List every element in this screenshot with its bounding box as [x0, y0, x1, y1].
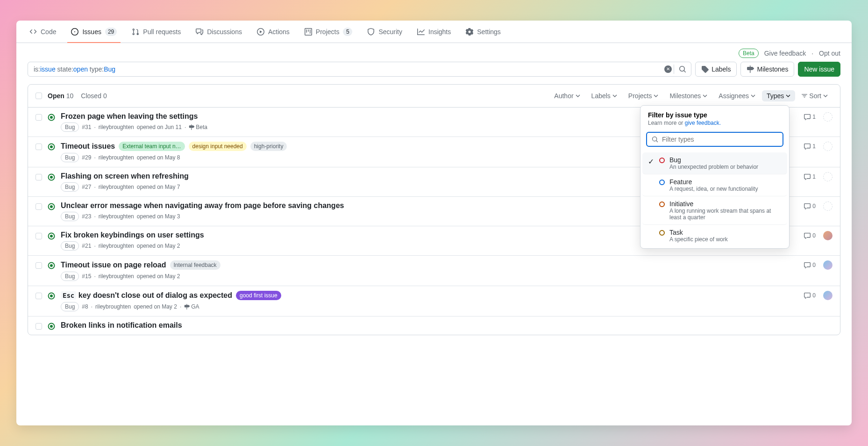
tab-security[interactable]: Security: [362, 21, 408, 43]
issue-type-tag[interactable]: Bug: [61, 122, 79, 132]
search-icon: [652, 136, 658, 143]
popover-search-input[interactable]: [662, 136, 778, 143]
comment-count[interactable]: 0: [804, 232, 816, 239]
assignee-avatar[interactable]: [823, 201, 832, 211]
issue-checkbox[interactable]: [36, 262, 42, 269]
issue-type-tag[interactable]: Bug: [61, 302, 79, 311]
type-desc: A long running work stream that spans at…: [669, 208, 782, 221]
filter-labels[interactable]: Labels: [587, 90, 622, 101]
issue-author[interactable]: rileybroughten: [99, 184, 134, 190]
comment-count[interactable]: 0: [804, 292, 816, 299]
issue-author[interactable]: rileybroughten: [99, 273, 134, 280]
issue-author[interactable]: rileybroughten: [95, 303, 131, 310]
issue-title[interactable]: Unclear error message when navigating aw…: [61, 201, 344, 210]
popover-type-item[interactable]: Feature A request, idea, or new function…: [642, 174, 787, 196]
issue-author[interactable]: rileybroughten: [99, 243, 134, 249]
issue-checkbox[interactable]: [36, 323, 42, 330]
milestones-button-label: Milestones: [757, 65, 788, 73]
tab-insights[interactable]: Insights: [412, 21, 456, 43]
filter-author[interactable]: Author: [549, 90, 584, 101]
comment-count[interactable]: 1: [804, 173, 816, 180]
assignee-avatar[interactable]: [823, 291, 832, 300]
comment-count[interactable]: 0: [804, 203, 816, 209]
popover-type-item[interactable]: Initiative A long running work stream th…: [642, 196, 787, 225]
filter-projects[interactable]: Projects: [624, 90, 663, 101]
tab-code-label: Code: [41, 28, 56, 36]
tab-settings[interactable]: Settings: [460, 21, 506, 43]
svg-point-11: [50, 265, 52, 266]
tab-actions[interactable]: Actions: [251, 21, 295, 43]
closed-state[interactable]: Closed 0: [81, 92, 107, 100]
filter-sort[interactable]: Sort: [797, 90, 832, 101]
tab-projects[interactable]: Projects 5: [299, 21, 358, 43]
svg-point-9: [50, 235, 52, 237]
type-name: Feature: [669, 178, 782, 186]
issue-type-tag[interactable]: Bug: [61, 153, 79, 162]
popover-list: ✓ Bug An unexpected problem or behavior …: [640, 151, 789, 248]
issue-type-tag[interactable]: Bug: [61, 272, 79, 281]
search-icon[interactable]: [676, 63, 689, 76]
assignee-avatar[interactable]: [823, 172, 832, 181]
issue-title[interactable]: Esc key doesn't close out of dialog as e…: [61, 291, 232, 300]
search-input[interactable]: is:issue state:open type:Bug ✕: [28, 62, 691, 77]
comment-count[interactable]: 0: [804, 262, 816, 268]
popover-type-item[interactable]: Task A specific piece of work: [642, 225, 787, 246]
comment-count[interactable]: 1: [804, 143, 816, 150]
give-feedback-link[interactable]: Give feedback: [764, 50, 806, 57]
filter-milestones[interactable]: Milestones: [665, 90, 712, 101]
tab-code[interactable]: Code: [24, 21, 62, 43]
sort-icon: [802, 93, 807, 99]
milestones-button[interactable]: Milestones: [740, 62, 794, 77]
filter-types[interactable]: Types: [762, 90, 795, 101]
issue-milestone[interactable]: Beta: [189, 124, 207, 130]
assignee-avatar[interactable]: [823, 142, 832, 151]
issue-type-tag[interactable]: Bug: [61, 241, 79, 251]
issue-checkbox[interactable]: [36, 293, 42, 299]
issue-label[interactable]: Internal feedback: [170, 260, 221, 270]
tab-discussions[interactable]: Discussions: [190, 21, 248, 43]
issue-author[interactable]: rileybroughten: [99, 124, 134, 130]
assignee-avatar[interactable]: [823, 231, 832, 240]
popover-search[interactable]: [646, 132, 783, 147]
filter-assignees[interactable]: Assignees: [714, 90, 760, 101]
open-state[interactable]: Open 10: [48, 92, 73, 100]
issue-title[interactable]: Broken links in notification emails: [61, 321, 182, 330]
issue-title[interactable]: Frozen page when leaving the settings: [61, 112, 198, 121]
issue-author[interactable]: rileybroughten: [99, 154, 134, 161]
open-issue-icon: [48, 173, 55, 181]
assignee-avatar[interactable]: [823, 112, 832, 122]
comment-icon: [804, 232, 811, 239]
clear-search-icon[interactable]: ✕: [664, 65, 672, 73]
issue-checkbox[interactable]: [36, 233, 42, 239]
issue-type-tag[interactable]: Bug: [61, 212, 79, 221]
open-issue-icon: [48, 203, 55, 210]
issue-title[interactable]: Timeout issue on page reload: [61, 261, 166, 269]
select-all-checkbox[interactable]: [36, 93, 42, 99]
issue-label[interactable]: design input needed: [189, 142, 247, 151]
opt-out-link[interactable]: Opt out: [819, 50, 840, 57]
issue-milestone[interactable]: GA: [184, 303, 199, 310]
issue-label[interactable]: External team input n…: [119, 142, 185, 151]
issue-title[interactable]: Fix broken keybindings on user settings: [61, 231, 204, 239]
type-desc: A request, idea, or new functionality: [669, 186, 782, 192]
issue-label[interactable]: high-priority: [250, 142, 287, 151]
issue-type-tag[interactable]: Bug: [61, 182, 79, 192]
labels-button[interactable]: Labels: [695, 62, 737, 77]
popover-feedback-link[interactable]: give feedback.: [685, 120, 721, 126]
issue-checkbox[interactable]: [36, 144, 42, 150]
list-header: Open 10 Closed 0 Author Labels Projects …: [28, 85, 840, 108]
issue-title[interactable]: Timeout issues: [61, 142, 115, 151]
issue-title[interactable]: Flashing on screen when refreshing: [61, 172, 189, 180]
issue-checkbox[interactable]: [36, 174, 42, 180]
popover-type-item[interactable]: ✓ Bug An unexpected problem or behavior: [642, 152, 787, 174]
assignee-avatar[interactable]: [823, 260, 832, 270]
issue-checkbox[interactable]: [36, 203, 42, 210]
tab-pull-requests[interactable]: Pull requests: [126, 21, 186, 43]
issue-checkbox[interactable]: [36, 114, 42, 121]
comment-count[interactable]: 1: [804, 114, 816, 120]
new-issue-button[interactable]: New issue: [798, 62, 840, 77]
issue-author[interactable]: rileybroughten: [99, 213, 134, 220]
issue-label[interactable]: good first issue: [236, 291, 281, 300]
popover-header: Filter by issue type Learn more or give …: [640, 106, 789, 130]
tab-issues[interactable]: Issues 29: [65, 21, 122, 43]
